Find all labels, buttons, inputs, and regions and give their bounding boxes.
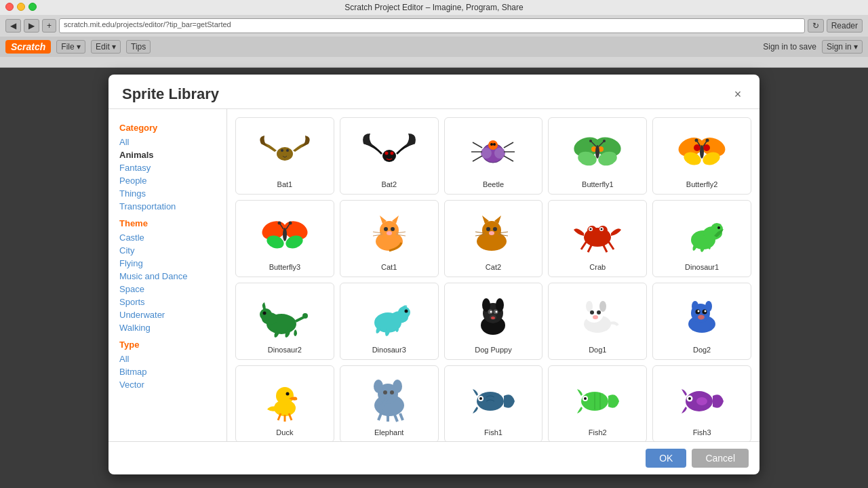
- svg-point-133: [383, 390, 387, 394]
- address-bar[interactable]: scratch.mit.edu/projects/editor/?tip_bar…: [59, 18, 805, 33]
- reader-button[interactable]: Reader: [827, 19, 863, 33]
- sprite-cell-bat1[interactable]: Bat1: [235, 117, 334, 195]
- sidebar-type-bitmap[interactable]: Bitmap: [119, 365, 216, 378]
- svg-point-54: [384, 227, 388, 231]
- sidebar-category-animals[interactable]: Animals: [119, 148, 216, 161]
- sidebar-category-all[interactable]: All: [119, 136, 216, 148]
- sprite-cell-dinosaur2[interactable]: Dinosaur2: [235, 283, 334, 360]
- dialog-body: Category AllAnimalsFantasyPeopleThingsTr…: [108, 109, 760, 441]
- forward-button[interactable]: ▶: [24, 19, 39, 33]
- svg-point-28: [589, 140, 592, 142]
- svg-point-131: [374, 380, 383, 393]
- sprite-cell-dog2[interactable]: Dog2: [652, 283, 751, 360]
- sign-in-save-label: Sign in to save: [763, 42, 816, 52]
- sprite-name-fish1: Fish1: [484, 428, 502, 436]
- sprite-cell-butterfly2[interactable]: Butterfly2: [652, 117, 751, 195]
- sidebar-theme-city[interactable]: City: [119, 244, 216, 257]
- svg-point-9: [494, 148, 505, 159]
- file-menu[interactable]: File ▾: [56, 40, 85, 54]
- sidebar-theme-flying[interactable]: Flying: [119, 257, 216, 270]
- sidebar-theme-space[interactable]: Space: [119, 283, 216, 296]
- sprite-cell-dinosaur3[interactable]: Dinosaur3: [340, 283, 439, 360]
- sprite-cell-dinosaur1[interactable]: Dinosaur1: [652, 200, 751, 277]
- sprite-image-dinosaur1: [675, 206, 729, 260]
- sprite-grid-container[interactable]: Bat1 Bat2 Beetle Butterfly1: [227, 109, 760, 441]
- sprite-image-bat1: [258, 123, 312, 178]
- edit-menu[interactable]: Edit ▾: [91, 40, 121, 54]
- minimize-window-button[interactable]: [17, 3, 25, 11]
- sprite-name-bat2: Bat2: [381, 180, 397, 188]
- refresh-button[interactable]: ↻: [808, 19, 824, 33]
- sidebar-type-all-type[interactable]: All: [119, 352, 216, 365]
- svg-line-137: [395, 415, 397, 422]
- sprite-cell-dog1[interactable]: Dog1: [548, 283, 647, 360]
- sprite-cell-fish3[interactable]: Fish3: [652, 365, 751, 441]
- svg-line-81: [603, 244, 607, 252]
- nav-bar: ◀ ▶ + scratch.mit.edu/projects/editor/?t…: [0, 15, 868, 37]
- window-title: Scratch Project Editor – Imagine, Progra…: [344, 3, 523, 12]
- sidebar-category-fantasy[interactable]: Fantasy: [119, 161, 216, 174]
- sprite-name-bat1: Bat1: [277, 180, 293, 188]
- maximize-window-button[interactable]: [28, 3, 37, 11]
- sidebar-theme-castle[interactable]: Castle: [119, 231, 216, 244]
- sprite-image-dinosaur3: [362, 289, 416, 343]
- sprite-image-beetle: [466, 123, 520, 178]
- svg-point-90: [262, 312, 266, 315]
- sidebar-theme-music-and-dance[interactable]: Music and Dance: [119, 270, 216, 283]
- sidebar-theme-walking[interactable]: Walking: [119, 321, 216, 334]
- svg-point-96: [404, 310, 408, 313]
- sidebar-category-transportation[interactable]: Transportation: [119, 200, 216, 213]
- svg-point-40: [706, 139, 709, 142]
- sprite-cell-bat2[interactable]: Bat2: [340, 117, 439, 195]
- svg-point-3: [382, 150, 396, 162]
- svg-point-51: [380, 221, 399, 240]
- sprite-cell-dog-puppy[interactable]: Dog Puppy: [444, 283, 543, 360]
- sprite-cell-cat2[interactable]: Cat2: [444, 200, 543, 277]
- sprite-name-duck: Duck: [276, 428, 293, 436]
- themes-list: CastleCityFlyingMusic and DanceSpaceSpor…: [119, 231, 216, 334]
- sprite-cell-butterfly1[interactable]: Butterfly1: [548, 117, 647, 195]
- sprite-name-dinosaur3: Dinosaur3: [372, 346, 406, 354]
- sprite-name-butterfly2: Butterfly2: [686, 180, 717, 188]
- browser-chrome: Scratch Project Editor – Imagine, Progra…: [0, 0, 868, 68]
- sprite-cell-duck[interactable]: Duck: [235, 365, 334, 441]
- sign-in-button[interactable]: Sign in ▾: [822, 40, 863, 54]
- sidebar-theme-sports[interactable]: Sports: [119, 296, 216, 308]
- new-tab-button[interactable]: +: [42, 19, 56, 33]
- svg-point-66: [493, 227, 497, 231]
- sprite-cell-fish2[interactable]: Fish2: [548, 365, 647, 441]
- svg-point-48: [277, 222, 281, 225]
- sprite-image-dog1: [570, 289, 625, 343]
- dialog-overlay: Sprite Library × Category AllAnimalsFant…: [0, 68, 868, 488]
- sprite-name-fish2: Fish2: [589, 428, 607, 436]
- sprite-cell-butterfly3[interactable]: Butterfly3: [235, 200, 334, 277]
- svg-line-80: [588, 244, 592, 252]
- sprite-cell-fish1[interactable]: Fish1: [444, 365, 543, 441]
- dialog-close-button[interactable]: ×: [730, 86, 746, 102]
- window-controls[interactable]: [5, 3, 37, 11]
- sidebar-category-things[interactable]: Things: [119, 187, 216, 200]
- sidebar-category-people[interactable]: People: [119, 174, 216, 187]
- sidebar-type-vector[interactable]: Vector: [119, 378, 216, 391]
- sprite-cell-elephant[interactable]: Elephant: [340, 365, 439, 441]
- category-section-title: Category: [119, 123, 216, 133]
- types-list: AllBitmapVector: [119, 352, 216, 391]
- ok-button[interactable]: OK: [646, 449, 686, 468]
- sprite-cell-beetle[interactable]: Beetle: [444, 117, 543, 195]
- sprite-cell-cat1[interactable]: Cat1: [340, 200, 439, 277]
- close-window-button[interactable]: [5, 3, 14, 11]
- back-button[interactable]: ◀: [5, 19, 21, 33]
- sprite-name-crab: Crab: [589, 263, 606, 271]
- svg-line-13: [473, 142, 482, 148]
- svg-point-8: [481, 148, 492, 159]
- svg-line-16: [504, 142, 513, 148]
- cancel-button[interactable]: Cancel: [692, 449, 749, 468]
- svg-line-79: [581, 241, 587, 249]
- tips-menu[interactable]: Tips: [126, 40, 151, 54]
- sprite-image-fish2: [570, 371, 625, 426]
- sprite-image-dog-puppy: [466, 289, 520, 343]
- sidebar-theme-underwater[interactable]: Underwater: [119, 308, 216, 321]
- sprite-cell-crab[interactable]: Crab: [548, 200, 647, 277]
- title-bar: Scratch Project Editor – Imagine, Progra…: [0, 0, 868, 15]
- svg-point-78: [601, 228, 603, 230]
